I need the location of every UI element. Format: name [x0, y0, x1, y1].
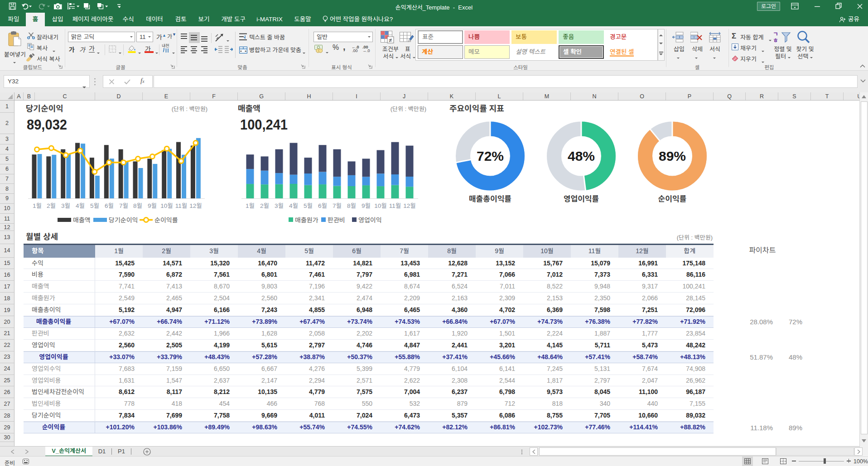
svg-text:파이차트: 파이차트: [749, 246, 776, 254]
svg-text:8월: 8월: [347, 202, 356, 209]
svg-text:영업이익률: 영업이익률: [564, 195, 599, 203]
svg-text:2월: 2월: [260, 202, 269, 209]
svg-text:89%: 89%: [789, 424, 802, 432]
svg-text:48%: 48%: [568, 149, 595, 163]
svg-text:11월: 11월: [175, 202, 187, 209]
svg-text:10월: 10월: [374, 202, 386, 209]
svg-text:5월: 5월: [304, 202, 313, 209]
svg-text:순이익률: 순이익률: [658, 195, 687, 203]
svg-text:1월: 1월: [33, 202, 42, 209]
svg-text:4월: 4월: [76, 202, 85, 209]
svg-text:매출액: 매출액: [238, 104, 260, 113]
svg-text:월별 상세: 월별 상세: [26, 232, 58, 241]
svg-text:판관비: 판관비: [328, 216, 345, 224]
svg-text:9월: 9월: [362, 202, 371, 209]
svg-text:당기순이익: 당기순이익: [109, 216, 138, 224]
svg-text:89,032: 89,032: [27, 116, 67, 133]
svg-text:72%: 72%: [789, 318, 802, 326]
svg-text:9월: 9월: [148, 202, 157, 209]
svg-text:12월: 12월: [189, 202, 202, 209]
svg-text:12월: 12월: [403, 202, 415, 209]
svg-text:3월: 3월: [275, 202, 284, 209]
svg-text:89%: 89%: [659, 149, 686, 163]
svg-text:매출액: 매출액: [73, 216, 91, 224]
svg-text:6월: 6월: [105, 202, 114, 209]
svg-text:11.18%: 11.18%: [750, 424, 773, 432]
svg-text:2월: 2월: [47, 202, 56, 209]
svg-text:11월: 11월: [389, 202, 401, 209]
svg-text:순이익률: 순이익률: [154, 216, 178, 224]
svg-text:매출총이익률: 매출총이익률: [469, 195, 511, 203]
svg-text:100,241: 100,241: [240, 116, 288, 133]
svg-text:48%: 48%: [789, 353, 802, 361]
svg-text:7월: 7월: [119, 202, 128, 209]
svg-text:5월: 5월: [90, 202, 99, 209]
svg-text:(단위 : 백만원): (단위 : 백만원): [391, 106, 426, 112]
svg-text:주요이익률 지표: 주요이익률 지표: [449, 104, 504, 113]
svg-text:영업이익: 영업이익: [358, 216, 382, 224]
svg-text:6월: 6월: [318, 202, 327, 209]
svg-text:(단위 : 백만원): (단위 : 백만원): [677, 234, 713, 241]
svg-text:(단위 : 백만원): (단위 : 백만원): [172, 106, 207, 112]
svg-text:72%: 72%: [477, 149, 504, 163]
svg-text:3월: 3월: [61, 202, 70, 209]
svg-text:매출원가: 매출원가: [295, 216, 318, 224]
svg-text:당기순이익: 당기순이익: [26, 104, 63, 113]
svg-text:7월: 7월: [333, 202, 342, 209]
svg-text:28.08%: 28.08%: [750, 318, 773, 326]
svg-text:1월: 1월: [246, 202, 255, 209]
svg-text:10월: 10월: [160, 202, 173, 209]
svg-text:4월: 4월: [289, 202, 298, 209]
svg-text:8월: 8월: [133, 202, 142, 209]
svg-text:51.87%: 51.87%: [750, 353, 773, 361]
